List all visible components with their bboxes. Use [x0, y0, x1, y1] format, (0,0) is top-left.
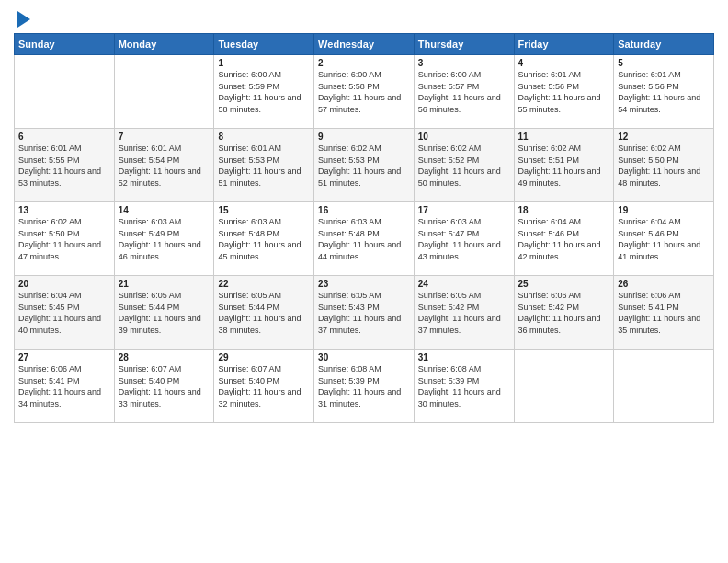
- day-info: Sunrise: 6:01 AM Sunset: 5:56 PM Dayligh…: [518, 69, 610, 115]
- calendar-cell: 25Sunrise: 6:06 AM Sunset: 5:42 PM Dayli…: [514, 276, 614, 350]
- day-number: 13: [18, 205, 110, 215]
- day-number: 31: [418, 352, 510, 362]
- day-number: 9: [318, 132, 410, 142]
- day-info: Sunrise: 6:00 AM Sunset: 5:59 PM Dayligh…: [218, 69, 310, 115]
- day-info: Sunrise: 6:01 AM Sunset: 5:53 PM Dayligh…: [218, 143, 310, 189]
- day-info: Sunrise: 6:07 AM Sunset: 5:40 PM Dayligh…: [119, 363, 210, 409]
- weekday-header-sunday: Sunday: [15, 34, 115, 55]
- calendar-cell: 7Sunrise: 6:01 AM Sunset: 5:54 PM Daylig…: [114, 129, 214, 202]
- calendar-cell: [15, 55, 115, 129]
- calendar-cell: 16Sunrise: 6:03 AM Sunset: 5:48 PM Dayli…: [314, 202, 415, 276]
- day-info: Sunrise: 6:00 AM Sunset: 5:57 PM Dayligh…: [418, 69, 510, 115]
- calendar-cell: 5Sunrise: 6:01 AM Sunset: 5:56 PM Daylig…: [614, 55, 714, 129]
- calendar-cell: 15Sunrise: 6:03 AM Sunset: 5:48 PM Dayli…: [214, 202, 314, 276]
- day-number: 19: [618, 205, 710, 215]
- week-row-2: 6Sunrise: 6:01 AM Sunset: 5:55 PM Daylig…: [15, 129, 714, 202]
- day-number: 12: [618, 132, 710, 142]
- calendar-cell: 24Sunrise: 6:05 AM Sunset: 5:42 PM Dayli…: [414, 276, 514, 350]
- day-number: 30: [318, 352, 410, 362]
- calendar-cell: 19Sunrise: 6:04 AM Sunset: 5:46 PM Dayli…: [614, 202, 714, 276]
- day-info: Sunrise: 6:02 AM Sunset: 5:52 PM Dayligh…: [418, 143, 510, 189]
- day-info: Sunrise: 6:03 AM Sunset: 5:48 PM Dayligh…: [218, 216, 310, 262]
- day-info: Sunrise: 6:06 AM Sunset: 5:42 PM Dayligh…: [518, 290, 610, 336]
- calendar-cell: 18Sunrise: 6:04 AM Sunset: 5:46 PM Dayli…: [514, 202, 614, 276]
- calendar-cell: 10Sunrise: 6:02 AM Sunset: 5:52 PM Dayli…: [414, 129, 514, 202]
- day-info: Sunrise: 6:01 AM Sunset: 5:56 PM Dayligh…: [618, 69, 710, 115]
- day-info: Sunrise: 6:08 AM Sunset: 5:39 PM Dayligh…: [418, 363, 510, 409]
- week-row-1: 1Sunrise: 6:00 AM Sunset: 5:59 PM Daylig…: [15, 55, 714, 129]
- day-info: Sunrise: 6:00 AM Sunset: 5:58 PM Dayligh…: [318, 69, 410, 115]
- day-info: Sunrise: 6:05 AM Sunset: 5:44 PM Dayligh…: [218, 290, 310, 336]
- calendar-cell: 13Sunrise: 6:02 AM Sunset: 5:50 PM Dayli…: [15, 202, 115, 276]
- day-info: Sunrise: 6:05 AM Sunset: 5:44 PM Dayligh…: [119, 290, 210, 336]
- day-number: 4: [518, 58, 610, 68]
- calendar-cell: 27Sunrise: 6:06 AM Sunset: 5:41 PM Dayli…: [15, 350, 115, 423]
- calendar-cell: 17Sunrise: 6:03 AM Sunset: 5:47 PM Dayli…: [414, 202, 514, 276]
- day-info: Sunrise: 6:02 AM Sunset: 5:50 PM Dayligh…: [618, 143, 710, 189]
- week-row-5: 27Sunrise: 6:06 AM Sunset: 5:41 PM Dayli…: [15, 350, 714, 423]
- day-number: 1: [218, 58, 310, 68]
- calendar-container: SundayMondayTuesdayWednesdayThursdayFrid…: [0, 0, 728, 432]
- day-info: Sunrise: 6:02 AM Sunset: 5:53 PM Dayligh…: [318, 143, 410, 189]
- calendar-cell: 1Sunrise: 6:00 AM Sunset: 5:59 PM Daylig…: [214, 55, 314, 129]
- day-info: Sunrise: 6:08 AM Sunset: 5:39 PM Dayligh…: [318, 363, 410, 409]
- day-info: Sunrise: 6:04 AM Sunset: 5:45 PM Dayligh…: [18, 290, 110, 336]
- day-number: 25: [518, 279, 610, 289]
- calendar-cell: [614, 350, 714, 423]
- calendar-cell: 9Sunrise: 6:02 AM Sunset: 5:53 PM Daylig…: [314, 129, 415, 202]
- day-info: Sunrise: 6:01 AM Sunset: 5:55 PM Dayligh…: [18, 143, 110, 189]
- calendar-cell: 14Sunrise: 6:03 AM Sunset: 5:49 PM Dayli…: [114, 202, 214, 276]
- weekday-header-monday: Monday: [114, 34, 214, 55]
- day-number: 7: [119, 132, 210, 142]
- calendar-cell: 29Sunrise: 6:07 AM Sunset: 5:40 PM Dayli…: [214, 350, 314, 423]
- day-number: 16: [318, 205, 410, 215]
- day-number: 3: [418, 58, 510, 68]
- calendar-cell: 12Sunrise: 6:02 AM Sunset: 5:50 PM Dayli…: [614, 129, 714, 202]
- calendar-cell: [514, 350, 614, 423]
- calendar-header-row: SundayMondayTuesdayWednesdayThursdayFrid…: [15, 34, 714, 55]
- week-row-4: 20Sunrise: 6:04 AM Sunset: 5:45 PM Dayli…: [15, 276, 714, 350]
- calendar-cell: 20Sunrise: 6:04 AM Sunset: 5:45 PM Dayli…: [15, 276, 115, 350]
- day-number: 28: [119, 352, 210, 362]
- calendar-cell: 22Sunrise: 6:05 AM Sunset: 5:44 PM Dayli…: [214, 276, 314, 350]
- day-number: 14: [119, 205, 210, 215]
- calendar-cell: 30Sunrise: 6:08 AM Sunset: 5:39 PM Dayli…: [314, 350, 415, 423]
- day-number: 27: [18, 352, 110, 362]
- calendar-cell: [114, 55, 214, 129]
- day-number: 10: [418, 132, 510, 142]
- day-info: Sunrise: 6:04 AM Sunset: 5:46 PM Dayligh…: [618, 216, 710, 262]
- calendar-table: SundayMondayTuesdayWednesdayThursdayFrid…: [14, 33, 714, 423]
- day-number: 6: [18, 132, 110, 142]
- day-number: 18: [518, 205, 610, 215]
- calendar-cell: 6Sunrise: 6:01 AM Sunset: 5:55 PM Daylig…: [15, 129, 115, 202]
- day-number: 23: [318, 279, 410, 289]
- calendar-cell: 31Sunrise: 6:08 AM Sunset: 5:39 PM Dayli…: [414, 350, 514, 423]
- day-info: Sunrise: 6:03 AM Sunset: 5:47 PM Dayligh…: [418, 216, 510, 262]
- day-info: Sunrise: 6:07 AM Sunset: 5:40 PM Dayligh…: [218, 363, 310, 409]
- header: [14, 9, 714, 28]
- calendar-cell: 2Sunrise: 6:00 AM Sunset: 5:58 PM Daylig…: [314, 55, 415, 129]
- day-number: 17: [418, 205, 510, 215]
- day-number: 26: [618, 279, 710, 289]
- day-number: 29: [218, 352, 310, 362]
- day-number: 21: [119, 279, 210, 289]
- calendar-cell: 3Sunrise: 6:00 AM Sunset: 5:57 PM Daylig…: [414, 55, 514, 129]
- weekday-header-tuesday: Tuesday: [214, 34, 314, 55]
- day-info: Sunrise: 6:06 AM Sunset: 5:41 PM Dayligh…: [618, 290, 710, 336]
- day-number: 8: [218, 132, 310, 142]
- day-info: Sunrise: 6:06 AM Sunset: 5:41 PM Dayligh…: [18, 363, 110, 409]
- day-number: 5: [618, 58, 710, 68]
- weekday-header-thursday: Thursday: [414, 34, 514, 55]
- calendar-cell: 4Sunrise: 6:01 AM Sunset: 5:56 PM Daylig…: [514, 55, 614, 129]
- day-number: 20: [18, 279, 110, 289]
- logo: [14, 9, 30, 28]
- day-number: 11: [518, 132, 610, 142]
- weekday-header-saturday: Saturday: [614, 34, 714, 55]
- day-info: Sunrise: 6:03 AM Sunset: 5:48 PM Dayligh…: [318, 216, 410, 262]
- week-row-3: 13Sunrise: 6:02 AM Sunset: 5:50 PM Dayli…: [15, 202, 714, 276]
- calendar-cell: 26Sunrise: 6:06 AM Sunset: 5:41 PM Dayli…: [614, 276, 714, 350]
- weekday-header-wednesday: Wednesday: [314, 34, 415, 55]
- calendar-cell: 28Sunrise: 6:07 AM Sunset: 5:40 PM Dayli…: [114, 350, 214, 423]
- calendar-cell: 11Sunrise: 6:02 AM Sunset: 5:51 PM Dayli…: [514, 129, 614, 202]
- day-number: 15: [218, 205, 310, 215]
